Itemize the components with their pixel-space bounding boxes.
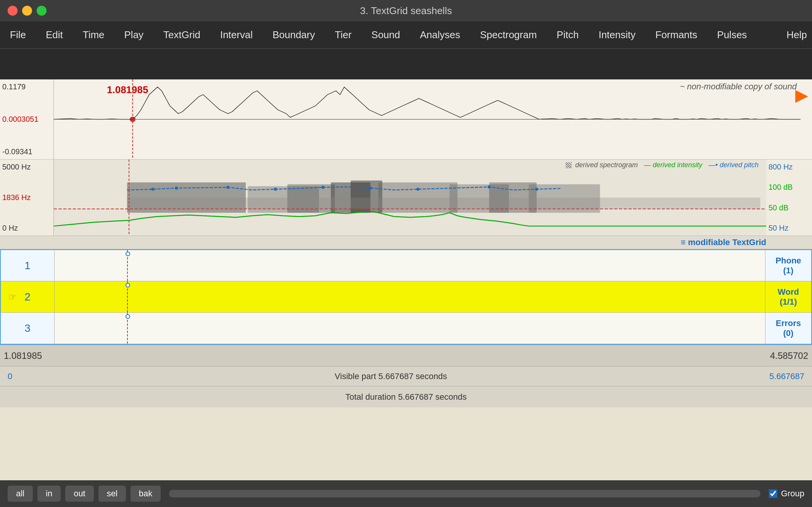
scrollbar[interactable] — [169, 490, 760, 497]
cursor-time-label: 1.081985 — [107, 84, 148, 96]
waveform-min-label: -0.09341 — [2, 147, 51, 156]
spec-right-max: 800 Hz — [768, 163, 793, 171]
time-axis: 1.081985 4.585702 — [0, 345, 812, 366]
menu-pitch[interactable]: Pitch — [547, 21, 589, 48]
tier-num-1: 1 — [24, 260, 31, 272]
title-bar: 3. TextGrid seashells — [0, 0, 812, 21]
svg-rect-13 — [127, 198, 760, 209]
tier-num-3: 3 — [24, 322, 31, 334]
group-label: Group — [781, 489, 804, 499]
spectrogram-svg — [54, 160, 766, 236]
svg-point-22 — [416, 188, 419, 191]
tier-name-2: Word — [778, 287, 799, 297]
menu-bar: File Edit Time Play TextGrid Interval Bo… — [0, 21, 812, 49]
waveform-max-label: 0.1179 — [2, 82, 51, 91]
tier-name-3: Errors — [776, 318, 801, 328]
spec-right-50db: 50 dB — [768, 203, 788, 212]
tier-row-2[interactable]: ☞ 2 Word (1/1) — [1, 281, 811, 313]
spec-zero-hz: 0 Hz — [2, 224, 51, 233]
textgrid-section[interactable]: 1 Phone (1) ☞ 2 — [0, 249, 812, 345]
spec-right-50hz: 50 Hz — [768, 224, 788, 233]
menu-boundary[interactable]: Boundary — [263, 21, 325, 48]
svg-point-20 — [321, 186, 324, 189]
menu-play[interactable]: Play — [114, 21, 154, 48]
maximize-button[interactable] — [37, 6, 47, 16]
menu-sound[interactable]: Sound — [361, 21, 410, 48]
bak-button[interactable]: bak — [130, 486, 161, 502]
spectrogram-legend: derived spectrogram — derived intensity … — [566, 161, 759, 169]
close-button[interactable] — [8, 6, 18, 16]
visible-info-row: 0 Visible part 5.667687 seconds 5.667687 — [0, 366, 812, 386]
waveform-zero-label: 0.0003051 — [2, 115, 51, 124]
menu-spacer — [757, 21, 777, 48]
svg-point-24 — [535, 188, 538, 191]
spectrogram-legend-spec: derived spectrogram — [566, 161, 638, 169]
svg-point-17 — [175, 187, 178, 190]
tier-num-2: 2 — [24, 291, 31, 303]
spectrogram-legend-intensity: — derived intensity — [644, 161, 702, 169]
menu-spectrogram[interactable]: Spectrogram — [470, 21, 547, 48]
textgrid-header: ≡ modifiable TextGrid — [0, 236, 812, 249]
menu-tier[interactable]: Tier — [325, 21, 362, 48]
dark-top-bar — [0, 49, 812, 79]
play-button[interactable]: ▶ — [795, 85, 808, 105]
spectrogram-section[interactable]: derived spectrogram — derived intensity … — [0, 160, 812, 236]
tier-name-1: Phone — [775, 256, 801, 266]
menu-file[interactable]: File — [0, 21, 36, 48]
window-controls[interactable] — [8, 6, 47, 16]
menu-formants[interactable]: Formants — [645, 21, 707, 48]
minimize-button[interactable] — [22, 6, 32, 16]
time-left: 1.081985 — [4, 350, 42, 361]
textgrid-label: ≡ modifiable TextGrid — [681, 236, 766, 249]
menu-textgrid[interactable]: TextGrid — [153, 21, 210, 48]
in-button[interactable]: in — [37, 486, 61, 502]
svg-point-19 — [274, 188, 277, 191]
out-button[interactable]: out — [65, 486, 94, 502]
window-title: 3. TextGrid seashells — [360, 5, 452, 17]
tier-sub-1: (1) — [783, 266, 794, 276]
total-duration-row: Total duration 5.667687 seconds — [0, 386, 812, 407]
svg-point-16 — [151, 188, 154, 191]
svg-point-18 — [226, 186, 229, 189]
menu-edit[interactable]: Edit — [36, 21, 73, 48]
waveform-label: ~ non-modifiable copy of sound — [680, 82, 797, 92]
selected-indicator: ☞ — [8, 292, 17, 302]
spec-mid-hz: 1836 Hz — [2, 193, 51, 202]
tier-sub-3: (0) — [783, 328, 794, 338]
spec-max-hz: 5000 Hz — [2, 163, 51, 171]
svg-point-21 — [369, 187, 372, 190]
menu-help[interactable]: Help — [777, 21, 812, 48]
tier-row-1[interactable]: 1 Phone (1) — [1, 250, 811, 281]
visible-part-label: Visible part 5.667687 seconds — [335, 371, 447, 381]
bottom-buttons: all in out sel bak Group — [0, 480, 812, 507]
total-duration-label: Total duration 5.667687 seconds — [345, 392, 467, 402]
menu-time[interactable]: Time — [73, 21, 114, 48]
spec-right-mid: 100 dB — [768, 183, 793, 192]
group-area[interactable]: Group — [769, 489, 804, 499]
tier-sub-2: (1/1) — [780, 297, 797, 307]
menu-intensity[interactable]: Intensity — [589, 21, 646, 48]
all-button[interactable]: all — [8, 486, 33, 502]
menu-pulses[interactable]: Pulses — [707, 21, 757, 48]
group-checkbox[interactable] — [769, 489, 777, 498]
timeline-start: 0 — [8, 371, 12, 381]
svg-point-23 — [488, 186, 491, 189]
menu-interval[interactable]: Interval — [210, 21, 263, 48]
app-body: ▶ 1.081985 0.1179 0.0003051 -0.09341 ~ n… — [0, 49, 812, 507]
timeline-end: 5.667687 — [769, 371, 804, 381]
sel-button[interactable]: sel — [98, 486, 126, 502]
menu-analyses[interactable]: Analyses — [410, 21, 470, 48]
time-mid: 4.585702 — [770, 350, 808, 361]
spectrogram-legend-pitch: —• derived pitch — [709, 161, 759, 169]
tier-row-3[interactable]: 3 Errors (0) — [1, 313, 811, 344]
